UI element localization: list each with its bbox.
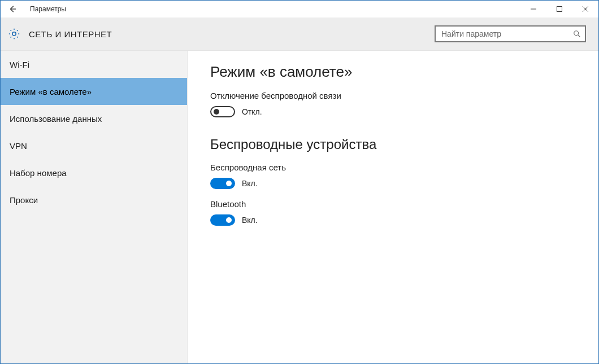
search-icon bbox=[572, 29, 581, 38]
settings-window: Параметры СЕТЬ И ИНТЕРНЕТ bbox=[0, 0, 599, 364]
toggle-knob bbox=[214, 109, 219, 115]
bluetooth-toggle[interactable] bbox=[210, 214, 235, 226]
sidebar-item-label: Режим «в самолете» bbox=[10, 87, 92, 97]
arrow-left-icon bbox=[8, 5, 16, 13]
airplane-toggle[interactable] bbox=[210, 106, 235, 117]
wireless-network-label: Беспроводная сеть bbox=[210, 163, 576, 172]
sidebar-item-dial-up[interactable]: Набор номера bbox=[1, 159, 187, 186]
close-icon bbox=[583, 6, 588, 12]
bluetooth-label: Bluetooth bbox=[210, 199, 576, 209]
airplane-description: Отключение беспроводной связи bbox=[210, 91, 576, 100]
wireless-toggle[interactable] bbox=[210, 178, 235, 189]
category-header: СЕТЬ И ИНТЕРНЕТ bbox=[1, 17, 598, 51]
back-button[interactable] bbox=[1, 1, 24, 17]
bluetooth-toggle-row: Вкл. bbox=[210, 214, 576, 226]
search-input[interactable] bbox=[440, 29, 572, 39]
sidebar-item-label: Wi-Fi bbox=[10, 60, 29, 69]
sidebar-item-label: Использование данных bbox=[10, 114, 102, 124]
section-wireless-devices: Беспроводные устройства bbox=[210, 137, 576, 152]
sidebar-item-wifi[interactable]: Wi-Fi bbox=[1, 51, 187, 78]
svg-point-5 bbox=[574, 31, 579, 36]
maximize-icon bbox=[557, 6, 562, 12]
window-title: Параметры bbox=[24, 5, 66, 13]
wireless-toggle-row: Вкл. bbox=[210, 178, 576, 189]
body: Wi-Fi Режим «в самолете» Использование д… bbox=[1, 51, 598, 363]
search-box[interactable] bbox=[435, 25, 586, 42]
wireless-toggle-label: Вкл. bbox=[242, 179, 258, 188]
minimize-button[interactable] bbox=[520, 1, 546, 17]
sidebar-item-label: Прокси bbox=[10, 195, 38, 205]
maximize-button[interactable] bbox=[546, 1, 572, 17]
airplane-toggle-label: Откл. bbox=[242, 107, 262, 116]
minimize-icon bbox=[531, 6, 536, 12]
airplane-toggle-row: Откл. bbox=[210, 106, 576, 117]
page-title: Режим «в самолете» bbox=[210, 63, 576, 81]
sidebar-item-label: VPN bbox=[10, 141, 27, 151]
toggle-knob bbox=[226, 181, 232, 186]
svg-rect-2 bbox=[557, 7, 562, 12]
close-button[interactable] bbox=[572, 1, 598, 17]
svg-line-6 bbox=[578, 35, 580, 37]
bluetooth-toggle-label: Вкл. bbox=[242, 216, 258, 225]
sidebar: Wi-Fi Режим «в самолете» Использование д… bbox=[1, 51, 188, 363]
sidebar-item-vpn[interactable]: VPN bbox=[1, 132, 187, 159]
gear-icon bbox=[7, 27, 21, 41]
sidebar-item-proxy[interactable]: Прокси bbox=[1, 186, 187, 213]
titlebar: Параметры bbox=[1, 1, 598, 17]
content-pane: Режим «в самолете» Отключение беспроводн… bbox=[188, 51, 598, 363]
category-title: СЕТЬ И ИНТЕРНЕТ bbox=[29, 29, 112, 39]
toggle-knob bbox=[226, 217, 232, 223]
sidebar-item-label: Набор номера bbox=[10, 168, 67, 178]
sidebar-item-airplane-mode[interactable]: Режим «в самолете» bbox=[1, 78, 187, 105]
sidebar-item-data-usage[interactable]: Использование данных bbox=[1, 105, 187, 132]
